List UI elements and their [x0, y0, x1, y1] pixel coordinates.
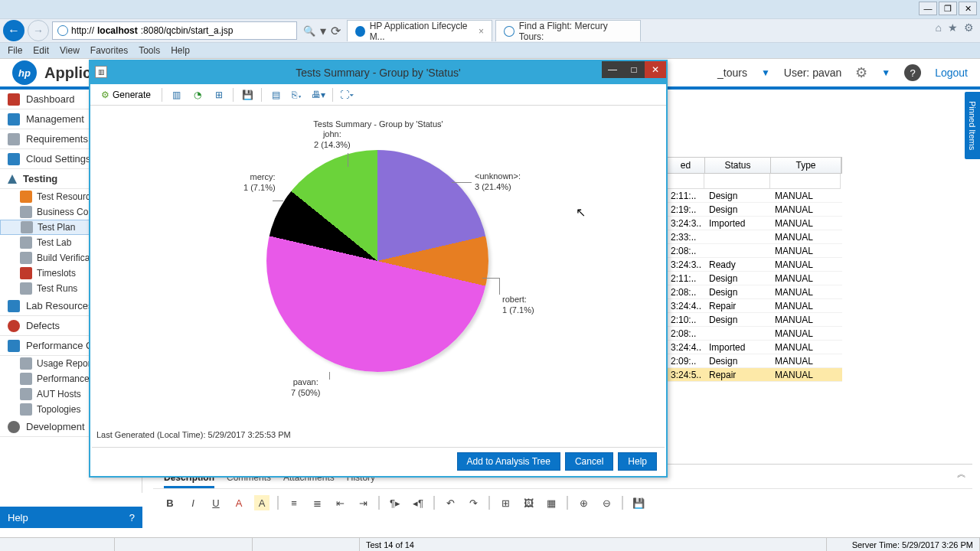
undo-button[interactable]: ↶: [443, 495, 458, 510]
table-row[interactable]: 2:08:..MANUAL: [666, 327, 842, 341]
grid-view-icon[interactable]: ⊞: [211, 87, 227, 103]
collapse-icon[interactable]: ︽: [957, 468, 966, 481]
settings-dropdown-icon[interactable]: ▼: [881, 67, 890, 78]
redo-button[interactable]: ↷: [466, 495, 481, 510]
dialog-help-button[interactable]: Help: [618, 452, 657, 471]
pinned-items-tab[interactable]: Pinned Items: [965, 92, 980, 159]
table-row[interactable]: 3:24:4..ImportedMANUAL: [666, 341, 842, 354]
table-row[interactable]: 2:11:..DesignMANUAL: [666, 272, 842, 285]
settings-gear-icon[interactable]: ⚙: [855, 64, 867, 81]
table-row[interactable]: 2:19:..DesignMANUAL: [666, 203, 842, 217]
rtl-button[interactable]: ◂¶: [410, 495, 426, 510]
bold-button[interactable]: B: [162, 495, 178, 510]
status-cell: [0, 538, 115, 551]
fullscreen-icon[interactable]: ⛶▾: [339, 87, 354, 103]
help-icon[interactable]: ?: [904, 64, 921, 81]
table-row[interactable]: 3:24:3..ImportedMANUAL: [666, 217, 842, 230]
image-button[interactable]: 🖼: [521, 495, 536, 510]
generate-button[interactable]: ⚙ Generate: [96, 88, 155, 102]
menu-favorites[interactable]: Favorites: [90, 45, 128, 56]
dialog-minimize-button[interactable]: —: [602, 61, 623, 78]
ltr-button[interactable]: ¶▸: [387, 495, 403, 510]
copy-icon[interactable]: ⎘▾: [289, 87, 305, 103]
list-bullet-button[interactable]: ≣: [309, 495, 325, 510]
nav-back-button[interactable]: ←: [3, 20, 24, 41]
window-minimize-button[interactable]: —: [919, 2, 937, 15]
report-icon: [20, 357, 32, 370]
table-row[interactable]: 2:08:..MANUAL: [666, 244, 842, 258]
italic-button[interactable]: I: [185, 495, 201, 510]
link-button[interactable]: ▦: [544, 495, 559, 510]
toolbar-sep: [261, 88, 262, 102]
dialog-close-button[interactable]: ✕: [645, 61, 666, 78]
col-header-modified[interactable]: ed: [667, 158, 705, 173]
browser-tab-alm[interactable]: HP Application Lifecycle M... ×: [347, 20, 492, 41]
outdent-button[interactable]: ⇤: [332, 495, 348, 510]
table-row[interactable]: 2:08:..DesignMANUAL: [666, 285, 842, 299]
save-chart-icon[interactable]: 💾: [240, 87, 255, 103]
toolbar-sep: [277, 496, 279, 510]
print-icon[interactable]: 🖶▾: [311, 87, 326, 103]
url-input[interactable]: http://localhost:8080/qcbin/start_a.jsp: [52, 21, 297, 40]
window-close-button[interactable]: ✕: [959, 2, 977, 15]
zoom-in-button[interactable]: ⊕: [576, 495, 591, 510]
nav-forward-button[interactable]: →: [28, 20, 49, 41]
zoom-out-button[interactable]: ⊖: [599, 495, 614, 510]
table-row[interactable]: 2:11:..DesignMANUAL: [666, 189, 842, 203]
clock-icon: [20, 267, 32, 279]
cancel-button[interactable]: Cancel: [565, 452, 613, 471]
logout-link[interactable]: Logout: [935, 67, 968, 79]
tab-label: Find a Flight: Mercury Tours:: [519, 21, 632, 42]
addr-sep: ▾: [320, 24, 326, 38]
pie-slices: [266, 150, 488, 372]
table-button[interactable]: ⊞: [498, 495, 513, 510]
underline-button[interactable]: U: [208, 495, 224, 510]
browser-tab-mercury[interactable]: Find a Flight: Mercury Tours:: [495, 20, 641, 41]
menu-tools[interactable]: Tools: [139, 45, 160, 56]
highlight-button[interactable]: A: [254, 495, 270, 510]
plan-icon: [21, 221, 33, 233]
project-dropdown-icon[interactable]: ▼: [761, 67, 770, 78]
col-header-status[interactable]: Status: [705, 158, 771, 173]
bar-chart-icon[interactable]: ▥: [168, 87, 184, 103]
cloud-icon: [8, 153, 20, 165]
col-header-type[interactable]: Type: [771, 158, 841, 173]
refresh-icon[interactable]: ⟳: [331, 24, 341, 38]
tools-icon[interactable]: ⚙: [964, 21, 974, 34]
dialog-maximize-button[interactable]: □: [623, 61, 645, 78]
dialog-titlebar[interactable]: ▥ Tests Summary - Group by 'Status' — □ …: [90, 61, 666, 84]
menu-view[interactable]: View: [60, 45, 80, 56]
tab-close-icon[interactable]: ×: [479, 26, 484, 37]
last-generated-label: Last Generated (Local Time): 5/29/2017 3…: [96, 430, 291, 439]
host-icon: [20, 388, 32, 400]
table-row[interactable]: 2:09:..DesignMANUAL: [666, 354, 842, 368]
table-row[interactable]: 3:24:4..RepairMANUAL: [666, 299, 842, 313]
table-row[interactable]: 3:24:5..RepairMANUAL: [666, 368, 842, 382]
table-row[interactable]: 2:33:..MANUAL: [666, 230, 842, 244]
toolbar-sep: [567, 496, 568, 510]
font-color-button[interactable]: A: [231, 495, 247, 510]
leader-line: [499, 278, 500, 295]
slice-label-mercy: mercy:1 (7.1%): [243, 171, 276, 193]
table-row[interactable]: 3:24:3..ReadyMANUAL: [666, 258, 842, 272]
data-labels-icon[interactable]: ▤: [268, 87, 283, 103]
search-icon[interactable]: 🔍: [303, 25, 315, 37]
slice-label-unknown: <unknown>:3 (21.4%): [475, 171, 521, 192]
menu-file[interactable]: File: [8, 45, 22, 56]
help-bar[interactable]: Help ?: [0, 507, 142, 528]
add-to-analysis-button[interactable]: Add to Analysis Tree: [457, 452, 560, 471]
generate-icon: ⚙: [101, 90, 109, 100]
save-button[interactable]: 💾: [631, 495, 646, 510]
pie-chart-icon[interactable]: ◔: [190, 87, 205, 103]
address-bar: ← → http://localhost:8080/qcbin/start_a.…: [0, 18, 980, 43]
list-numbered-button[interactable]: ≡: [286, 495, 302, 510]
window-restore-button[interactable]: ❐: [939, 2, 957, 15]
indent-button[interactable]: ⇥: [355, 495, 371, 510]
home-icon[interactable]: ⌂: [936, 21, 942, 34]
status-record: Test 14 of 14: [360, 538, 827, 551]
table-row[interactable]: 2:10:..DesignMANUAL: [666, 313, 842, 327]
menu-edit[interactable]: Edit: [33, 45, 49, 56]
table-filter-row[interactable]: [666, 174, 842, 189]
menu-help[interactable]: Help: [171, 45, 190, 56]
favorites-icon[interactable]: ★: [948, 21, 958, 34]
